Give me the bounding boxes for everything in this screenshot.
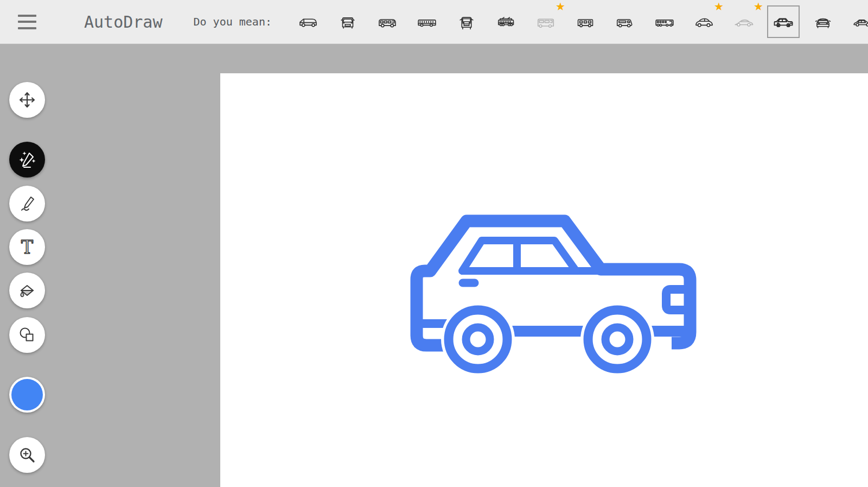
- move-icon: [17, 90, 37, 110]
- select-tool-button[interactable]: [9, 82, 45, 118]
- shape-tool-icon: [17, 325, 37, 345]
- suggestion-bus-with-windows[interactable]: [572, 5, 599, 38]
- menu-button[interactable]: [18, 15, 36, 29]
- car-drawing: [380, 206, 716, 380]
- svg-text:T: T: [21, 237, 33, 257]
- fill-bucket-icon: [17, 281, 37, 300]
- suggestion-minibus[interactable]: [374, 5, 401, 38]
- suggestion-coupe[interactable]: ★: [730, 5, 757, 38]
- suggestion-long-bus[interactable]: [651, 5, 678, 38]
- suggestion-truck-front[interactable]: [334, 5, 361, 38]
- type-tool-button[interactable]: T: [9, 229, 45, 265]
- app-title: AutoDraw: [84, 12, 163, 31]
- color-tool-button[interactable]: [9, 377, 45, 413]
- shape-tool-button[interactable]: [9, 317, 45, 353]
- autodraw-tool-button[interactable]: [9, 142, 45, 178]
- topbar: AutoDraw Do you mean: ★★★: [0, 0, 868, 44]
- star-icon: ★: [754, 1, 763, 12]
- fill-tool-button[interactable]: [9, 273, 45, 308]
- text-tool-icon: T: [17, 237, 37, 257]
- suggestion-school-bus-front[interactable]: [453, 5, 480, 38]
- suggestion-trolley[interactable]: [493, 5, 520, 38]
- suggestion-bus[interactable]: ★: [532, 5, 559, 38]
- zoom-icon: [17, 445, 37, 465]
- zoom-tool-button[interactable]: [9, 437, 45, 473]
- suggestion-van[interactable]: [295, 5, 322, 38]
- hamburger-icon: [18, 15, 36, 17]
- suggestion-school-bus[interactable]: [413, 5, 441, 38]
- suggestion-sedan[interactable]: [849, 5, 868, 38]
- draw-tool-button[interactable]: [9, 186, 45, 222]
- magic-pencil-icon: [17, 150, 37, 169]
- workspace: T: [0, 44, 868, 487]
- suggestion-shuttle-van[interactable]: [611, 5, 639, 38]
- star-icon: ★: [556, 1, 565, 12]
- color-swatch: [11, 379, 43, 410]
- suggestion-compact-car[interactable]: ★: [691, 5, 718, 38]
- do-you-mean-label: Do you mean:: [194, 15, 272, 28]
- pencil-icon: [17, 194, 37, 213]
- drawing-canvas[interactable]: [220, 73, 868, 487]
- suggestion-strip: ★★★: [295, 0, 868, 43]
- suggestion-car-front[interactable]: [809, 5, 837, 38]
- star-icon: ★: [714, 1, 724, 12]
- suggestion-car[interactable]: [768, 7, 799, 37]
